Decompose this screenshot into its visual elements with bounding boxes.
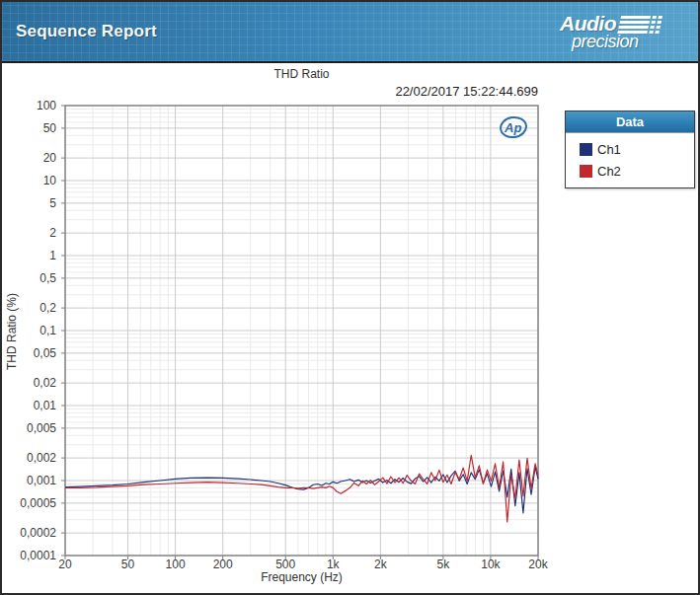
legend-items: Ch1Ch2 [566,133,694,187]
y-tick-label: 0,05 [0,346,56,360]
y-tick-label: 0,2 [0,301,56,315]
y-tick-label: 0,01 [0,399,56,412]
legend-swatch-icon [580,143,592,156]
y-tick-label: 0,02 [0,376,56,390]
page-title: Sequence Report [16,22,157,41]
x-axis-title: Frequency (Hz) [65,570,538,584]
legend-title: Data [566,112,694,133]
report-header-bar: Sequence Report Audio precision [2,2,698,63]
sequence-report-window: Sequence Report Audio precision THD Rati… [0,0,700,595]
y-tick-label: 0,002 [0,451,56,465]
y-tick-label: 1 [0,249,56,262]
y-tick-label: 0,001 [0,474,56,487]
y-tick-label: 20 [0,151,56,165]
y-tick-label: 100 [0,99,56,112]
ap-watermark-icon: Ap [496,115,533,141]
measurement-timestamp: 22/02/2017 15:22:44.699 [65,84,538,99]
legend-label: Ch1 [597,142,621,157]
legend-label: Ch2 [597,164,621,179]
y-tick-label: 10 [0,174,56,187]
y-tick-label: 5 [0,196,56,210]
y-tick-label: 2 [0,226,56,240]
legend-box: Data Ch1Ch2 [565,111,695,188]
audio-precision-logo: Audio precision [558,10,686,55]
y-axis-tick-labels: 1005020105210,50,20,10,050,020,010,0050,… [0,106,60,556]
legend-swatch-icon [580,165,592,178]
y-tick-label: 0,1 [0,324,56,337]
y-tick-label: 0,5 [0,271,56,285]
legend-item-ch2: Ch2 [580,160,686,182]
logo-bars-icon [617,16,664,36]
legend-item-ch1: Ch1 [580,138,686,160]
ap-watermark-text: Ap [504,120,521,135]
y-tick-label: 50 [0,121,56,135]
y-tick-label: 0,0005 [0,496,56,510]
y-tick-label: 0,005 [0,421,56,435]
chart-title: THD Ratio [65,67,538,81]
y-tick-label: 0,0002 [0,526,56,540]
thd-ratio-plot [65,106,538,556]
